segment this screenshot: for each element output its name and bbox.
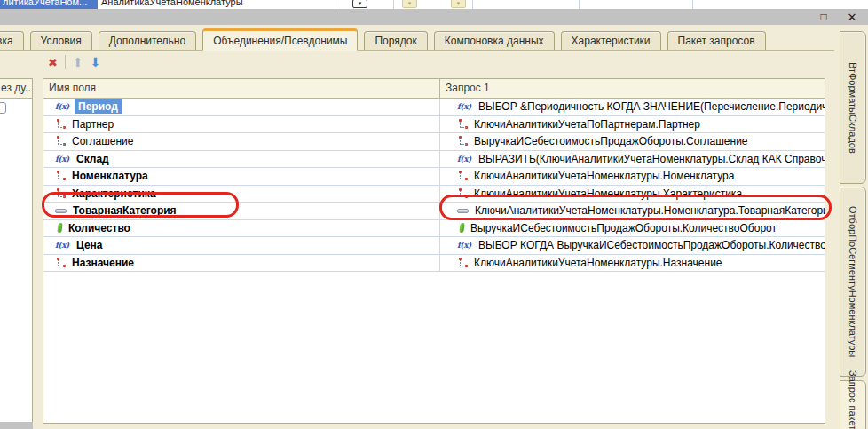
tab-order[interactable]: Порядок <box>364 31 427 50</box>
background-window-row: литикаУчетаНом... АналитикаУчетаНоменкла… <box>0 0 868 9</box>
function-icon: f(x) <box>55 102 70 111</box>
query-expression-cell[interactable]: КлючиАналитикиУчетаНоменклатуры.Номенкла… <box>439 168 825 185</box>
right-tab-strip: ВтФорматыСкладов ОтборПоСегментуНоменкла… <box>840 0 868 429</box>
table-row[interactable]: f(x) Цена f(x) ВЫБОР КОГДА ВыручкаИСебес… <box>43 237 825 255</box>
vtab-otbor-po-segmentu[interactable]: ОтборПоСегментуНоменклатуры <box>840 187 866 377</box>
move-down-button[interactable]: ⬇ <box>91 55 101 69</box>
annotation-circle-query <box>439 195 832 220</box>
field-name-cell[interactable]: f(x) Цена <box>43 237 439 254</box>
grid-line <box>579 0 580 9</box>
field-name-cell[interactable]: Назначение <box>43 255 439 272</box>
function-icon: f(x) <box>55 155 70 163</box>
function-icon: f(x) <box>457 155 472 163</box>
query-expression-cell[interactable]: f(x) ВЫБОР &Периодичность КОГДА ЗНАЧЕНИЕ… <box>439 99 825 115</box>
query-expression-cell[interactable]: f(x) ВЫРАЗИТЬ(КлючиАналитикиУчетаНоменкл… <box>439 151 825 168</box>
tab-data-composition[interactable]: Компоновка данных <box>434 31 555 50</box>
query-expression-cell[interactable]: ВыручкаИСебестоимостьПродажОбороты.Колич… <box>439 220 825 237</box>
column-header-field-name: Имя поля <box>43 79 439 98</box>
field-icon <box>457 258 468 268</box>
query-expression-cell[interactable]: ВыручкаИСебестоимостьПродажОбороты.Согла… <box>439 133 825 150</box>
function-icon: f(x) <box>55 241 70 250</box>
field-name-cell[interactable]: Соглашение <box>43 133 439 150</box>
alias-table: Имя поля Запрос 1 f(x) Период f(x) ВЫБОР… <box>43 78 825 424</box>
field-name: Партнер <box>72 118 114 131</box>
field-icon <box>457 171 468 181</box>
function-icon: f(x) <box>457 241 472 250</box>
alias-toolbar: ✖ ⬆ ⬇ <box>48 53 100 71</box>
query-expression: КлючиАналитикиУчетаНоменклатуры.Номенкла… <box>474 170 734 182</box>
tab-strip: вка Условия Дополнительно Объединения/Пс… <box>0 28 834 51</box>
function-icon: f(x) <box>457 102 472 111</box>
query-expression: ВыручкаИСебестоимостьПродажОбороты.Колич… <box>470 222 777 234</box>
tab-query-batch[interactable]: Пакет запросов <box>667 31 766 50</box>
delete-button[interactable]: ✖ <box>48 56 58 69</box>
field-name-cell[interactable]: Количество <box>43 220 439 237</box>
background-field-name: АналитикаУчетаНоменклатуры <box>101 0 243 9</box>
tab-additional[interactable]: Дополнительно <box>99 31 196 50</box>
field-name: Количество <box>68 222 130 234</box>
field-icon <box>55 258 66 268</box>
window-titlebar: □ ✕ <box>0 9 868 25</box>
field-name: Склад <box>76 153 109 165</box>
query-expression: ВыручкаИСебестоимостьПродажОбороты.Согла… <box>474 135 748 147</box>
grid-line <box>692 0 693 9</box>
query-expression: КлючиАналитикиУчетаПоПартнерам.Партнер <box>474 118 700 131</box>
vtab-zapros-paketa-3[interactable]: Запрос пакета 3 <box>840 380 866 429</box>
query-expression: ВЫБОР КОГДА ВыручкаИСебестоимостьПродажО… <box>478 239 825 251</box>
left-panel-header: ез ду... <box>0 79 32 99</box>
table-row[interactable]: f(x) Склад f(x) ВЫРАЗИТЬ(КлючиАналитикиУ… <box>43 151 825 169</box>
query-expression-cell[interactable]: f(x) ВЫБОР КОГДА ВыручкаИСебестоимостьПр… <box>439 237 825 254</box>
field-icon <box>55 171 66 181</box>
field-name-cell[interactable]: Номенклатура <box>43 168 439 185</box>
number-field-icon <box>459 223 464 234</box>
move-up-button[interactable]: ⬆ <box>73 55 83 69</box>
field-icon <box>457 119 468 130</box>
maximize-button[interactable]: □ <box>815 9 832 25</box>
query-designer-dialog: вка Условия Дополнительно Объединения/Пс… <box>0 25 868 429</box>
query-expression-cell[interactable]: КлючиАналитикиУчетаПоПартнерам.Партнер <box>439 116 825 133</box>
field-icon <box>457 136 468 147</box>
tab-unions-aliases[interactable]: Объединения/Псевдонимы <box>202 28 358 51</box>
field-name: Назначение <box>72 257 134 269</box>
table-row[interactable]: f(x) Период f(x) ВЫБОР &Периодичность КО… <box>43 99 825 116</box>
table-row[interactable]: Количество ВыручкаИСебестоимостьПродажОб… <box>43 220 825 238</box>
background-selected-cell[interactable]: литикаУчетаНом... <box>0 0 98 9</box>
field-name: Цена <box>76 239 103 251</box>
table-row[interactable]: Соглашение ВыручкаИСебестоимостьПродажОб… <box>43 133 825 151</box>
table-row[interactable]: Партнер КлючиАналитикиУчетаПоПартнерам.П… <box>43 116 825 134</box>
grid-line <box>335 0 335 9</box>
table-header: Имя поля Запрос 1 <box>43 79 825 99</box>
column-header-query1: Запрос 1 <box>439 79 825 98</box>
query-expression-cell[interactable]: КлючиАналитикиУчетаНоменклатуры.Назначен… <box>439 255 825 272</box>
tab-grouping-partial[interactable]: вка <box>0 31 24 50</box>
table-row[interactable]: Назначение КлючиАналитикиУчетаНоменклату… <box>43 255 825 273</box>
number-field-icon <box>57 223 62 234</box>
tab-conditions[interactable]: Условия <box>30 31 92 50</box>
field-name: Период <box>75 99 122 114</box>
grid-line <box>472 0 473 9</box>
field-name: Соглашение <box>72 135 133 147</box>
vtab-vt-formaty-skladov[interactable]: ВтФорматыСкладов <box>840 31 866 184</box>
table-row[interactable]: Номенклатура КлючиАналитикиУчетаНоменкла… <box>43 168 825 186</box>
query-expression: КлючиАналитикиУчетаНоменклатуры.Назначен… <box>474 257 722 269</box>
annotation-circle-field-name <box>42 192 239 218</box>
left-panel-partial: ез ду... <box>0 78 33 424</box>
toolbar-separator <box>65 55 66 69</box>
checkbox-fragment[interactable] <box>0 102 6 114</box>
field-name-cell[interactable]: Партнер <box>43 116 439 133</box>
field-icon <box>55 119 66 130</box>
grid-line <box>393 0 394 9</box>
query-expression: ВЫРАЗИТЬ(КлючиАналитикиУчетаНоменклатуры… <box>478 153 825 165</box>
field-name-cell[interactable]: f(x) Период <box>43 99 439 115</box>
field-icon <box>55 136 66 147</box>
dropdown-button[interactable]: ▼ <box>352 0 367 8</box>
dropdown-button[interactable]: ▼ <box>451 0 466 8</box>
query-expression: ВЫБОР &Периодичность КОГДА ЗНАЧЕНИЕ(Пере… <box>478 100 825 113</box>
dropdown-button[interactable]: ▼ <box>402 0 417 8</box>
field-name-cell[interactable]: f(x) Склад <box>43 151 439 168</box>
field-name: Номенклатура <box>72 170 148 182</box>
left-panel-footer <box>0 422 33 429</box>
tab-characteristics[interactable]: Характеристики <box>561 31 661 50</box>
